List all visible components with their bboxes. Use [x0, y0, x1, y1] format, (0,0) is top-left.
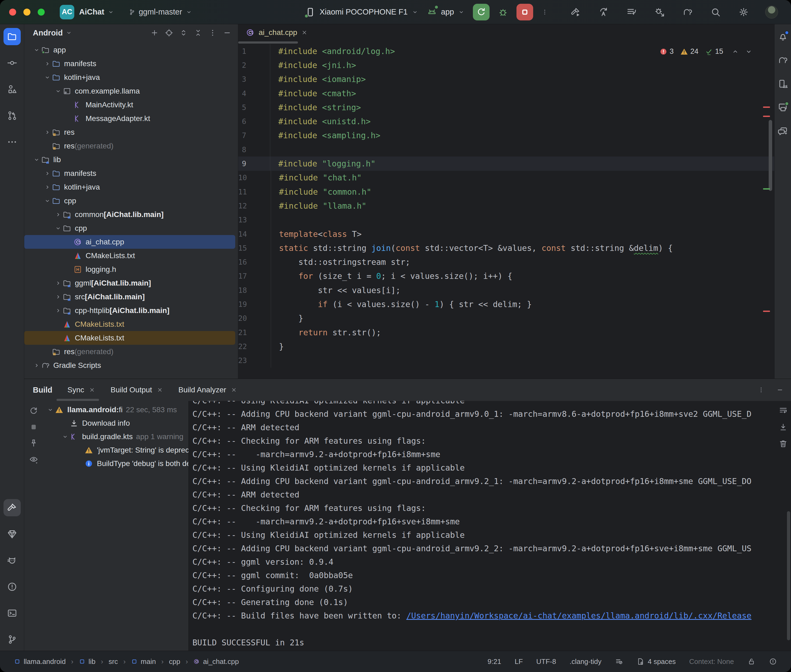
line-number[interactable]: 21: [238, 328, 271, 337]
run-config-selector[interactable]: app: [427, 7, 465, 18]
close-x-icon[interactable]: [156, 386, 164, 394]
editor-hscrollbar[interactable]: [238, 42, 298, 43]
chevron-right-icon[interactable]: [54, 307, 63, 314]
branch-selector[interactable]: ggml-master: [128, 8, 192, 16]
gemini-button[interactable]: [777, 125, 789, 138]
project-folder-button[interactable]: [3, 28, 21, 45]
expand-all-icon[interactable]: [179, 29, 188, 37]
stop-filled-icon[interactable]: [29, 422, 38, 432]
stop-button[interactable]: [517, 4, 533, 21]
logcat-cat-button[interactable]: [3, 552, 21, 569]
tree-item-com-example-llama[interactable]: com.example.llama: [24, 84, 235, 98]
structure-button[interactable]: [3, 81, 21, 98]
build-tree-item[interactable]: build.gradle.ktsapp 1 warning: [43, 430, 188, 443]
commit-button[interactable]: [3, 54, 21, 72]
tree-item-cmakelists-txt[interactable]: CMakeLists.txt: [24, 249, 235, 262]
hide-panel-button[interactable]: [777, 386, 783, 394]
pull-requests-button[interactable]: [3, 107, 21, 124]
tree-item-res[interactable]: res: [24, 125, 235, 139]
inspect-eye-icon[interactable]: [29, 455, 38, 464]
line-number[interactable]: 18: [238, 286, 271, 294]
stripe-mark[interactable]: [763, 188, 770, 190]
line-number[interactable]: 20: [238, 314, 271, 322]
line-number[interactable]: 1: [238, 47, 270, 55]
target-icon[interactable]: [165, 29, 173, 37]
stripe-mark[interactable]: [763, 116, 770, 117]
tree-item-src[interactable]: src [AiChat.lib.main]: [24, 290, 235, 304]
editor-vscrollbar[interactable]: [769, 120, 772, 191]
tree-item-manifests[interactable]: manifests: [24, 166, 235, 180]
breadcrumb-lib[interactable]: lib: [79, 658, 96, 666]
device-manager-button[interactable]: [777, 77, 789, 90]
chevron-right-icon[interactable]: [32, 362, 41, 369]
tree-item-ai-chat-cpp[interactable]: ai_chat.cpp: [24, 235, 235, 249]
tree-item-res[interactable]: res (generated): [24, 139, 235, 153]
tree-item-cpp[interactable]: cpp: [24, 221, 235, 235]
chevron-down-icon[interactable]: [46, 406, 55, 413]
status-lf[interactable]: LF: [515, 658, 523, 666]
stripe-mark[interactable]: [763, 107, 770, 108]
status-4-spaces[interactable]: 4 spaces: [637, 658, 676, 666]
code-area[interactable]: 1#include <android/log.h>2#include <jni.…: [238, 44, 774, 379]
build-tabs-scrollbar[interactable]: [56, 399, 99, 401]
trash-icon[interactable]: [779, 439, 788, 448]
chevron-right-icon[interactable]: [43, 184, 52, 190]
gradle-elephant-button[interactable]: [777, 54, 789, 67]
editor[interactable]: ai_chat.cpp 3 24 15: [238, 24, 774, 379]
tree-item-mainactivity-kt[interactable]: MainActivity.kt: [24, 98, 235, 112]
line-number[interactable]: 7: [238, 131, 270, 139]
status-context-none[interactable]: Context: None: [689, 658, 734, 666]
tree-item-cmakelists-txt[interactable]: CMakeLists.txt: [24, 331, 235, 345]
chevron-down-icon[interactable]: [43, 197, 52, 204]
build-console[interactable]: C/C++: -- Using KleidiAI optimized kerne…: [188, 401, 791, 651]
inspections-widget[interactable]: 3 24 15: [659, 47, 753, 56]
status-formatter[interactable]: [615, 658, 623, 666]
build-tree-item[interactable]: llama.android: fi22 sec, 583 ms: [43, 403, 188, 416]
chevron-down-icon[interactable]: [32, 46, 41, 53]
refresh-icon[interactable]: [29, 406, 38, 416]
breadcrumb-llama-android[interactable]: llama.android: [14, 658, 66, 666]
scroll-end-icon[interactable]: [779, 422, 788, 432]
prev-problem-button[interactable]: [731, 48, 739, 56]
settings-gear-button[interactable]: [735, 3, 752, 21]
breadcrumb-ai-chat-cpp[interactable]: ai_chat.cpp: [193, 658, 239, 666]
device-selector[interactable]: Xiaomi POCOPHONE F1: [305, 7, 418, 18]
soft-wrap-icon[interactable]: [779, 406, 788, 415]
tab-ai-chat-cpp[interactable]: ai_chat.cpp: [238, 24, 315, 41]
line-number[interactable]: 10: [238, 173, 271, 182]
more-kebab-icon[interactable]: [208, 29, 217, 37]
chevron-right-icon[interactable]: [43, 60, 52, 67]
close-x-icon[interactable]: [230, 386, 237, 394]
attach-debugger-button[interactable]: [651, 3, 668, 21]
project-view-selector[interactable]: Android: [33, 29, 72, 37]
zoom-window-button[interactable]: [38, 9, 45, 16]
line-number[interactable]: 12: [238, 202, 271, 210]
build-hammer-button[interactable]: [3, 499, 21, 516]
build-tab-build-output[interactable]: Build Output: [111, 386, 164, 394]
chevron-right-icon[interactable]: [43, 129, 52, 136]
line-number[interactable]: 15: [238, 244, 271, 252]
chevron-down-icon[interactable]: [61, 433, 70, 440]
app-quality-insights-button[interactable]: [3, 525, 21, 542]
next-problem-button[interactable]: [745, 48, 753, 56]
line-number[interactable]: 8: [238, 146, 270, 154]
tree-item-cpp[interactable]: cpp: [24, 194, 235, 208]
tree-item-ggml[interactable]: ggml [AiChat.lib.main]: [24, 276, 235, 290]
close-x-icon[interactable]: [88, 386, 96, 394]
tree-item-res[interactable]: res (generated): [24, 345, 235, 358]
pin-icon[interactable]: [29, 438, 38, 448]
line-number[interactable]: 16: [238, 258, 271, 266]
chevron-down-icon[interactable]: [54, 88, 63, 94]
status-problems[interactable]: [769, 658, 777, 666]
line-number[interactable]: 11: [238, 188, 271, 196]
gradle-elephant-button[interactable]: [679, 3, 696, 21]
status-lock-open[interactable]: [748, 658, 756, 666]
chevron-down-icon[interactable]: [43, 74, 52, 81]
breadcrumb-src[interactable]: src: [109, 658, 118, 666]
tree-item-cpp-httplib[interactable]: cpp-httplib [AiChat.lib.main]: [24, 304, 235, 317]
chevron-down-icon[interactable]: [54, 225, 63, 232]
build-tab-sync[interactable]: Sync: [67, 386, 96, 394]
line-number[interactable]: 6: [238, 117, 270, 126]
version-control-button[interactable]: [3, 631, 21, 648]
chevron-right-icon[interactable]: [54, 280, 63, 286]
